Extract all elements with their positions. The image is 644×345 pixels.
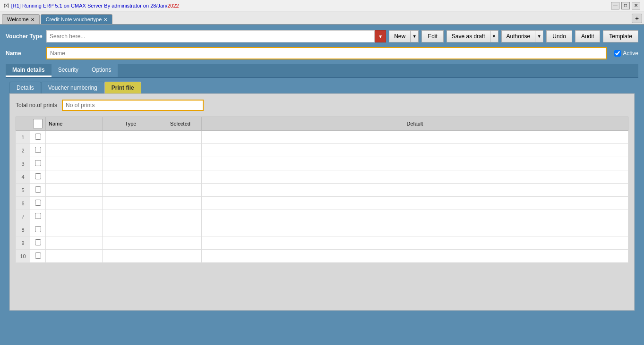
row-checkbox[interactable]: [35, 160, 41, 166]
row-checkbox[interactable]: [35, 134, 41, 140]
row-default-cell[interactable]: [202, 223, 628, 236]
row-checkbox[interactable]: [35, 252, 41, 259]
row-name-cell[interactable]: [46, 144, 103, 157]
row-default-cell[interactable]: [202, 184, 628, 197]
row-default-cell[interactable]: [202, 236, 628, 250]
new-button[interactable]: New: [389, 30, 410, 42]
title-text: [R1] Running ERP 5.1 on CMAX Server By a…: [11, 3, 179, 8]
authorise-arrow[interactable]: ▼: [535, 30, 543, 42]
active-checkbox[interactable]: [614, 50, 621, 57]
table-row: 9: [16, 236, 628, 250]
total-prints-input[interactable]: [62, 100, 204, 111]
sub-tab-print-file[interactable]: Print file: [104, 82, 141, 93]
row-name-cell[interactable]: [46, 184, 103, 197]
row-type-cell[interactable]: [103, 157, 159, 170]
row-selected-cell[interactable]: [159, 250, 202, 263]
search-dropdown-button[interactable]: ▼: [375, 30, 386, 42]
row-default-cell[interactable]: [202, 144, 628, 157]
search-input[interactable]: [46, 30, 375, 42]
row-checkbox-cell: [30, 223, 46, 236]
row-selected-cell[interactable]: [159, 157, 202, 170]
row-default-cell[interactable]: [202, 250, 628, 263]
print-file-table: Name Type Selected Default 1 2: [16, 117, 628, 263]
row-selected-cell[interactable]: [159, 236, 202, 250]
row-number: 3: [16, 157, 30, 170]
row-name-cell[interactable]: [46, 197, 103, 210]
row-type-cell[interactable]: [103, 144, 159, 157]
row-type-cell[interactable]: [103, 223, 159, 236]
select-all-checkbox[interactable]: [33, 119, 43, 128]
row-name-cell[interactable]: [46, 223, 103, 236]
row-selected-cell[interactable]: [159, 223, 202, 236]
row-type-cell[interactable]: [103, 210, 159, 223]
minimize-button[interactable]: —: [611, 2, 619, 9]
row-checkbox[interactable]: [35, 213, 41, 219]
save-as-draft-button[interactable]: Save as draft: [447, 30, 490, 42]
row-default-cell[interactable]: [202, 131, 628, 144]
row-checkbox[interactable]: [35, 226, 41, 232]
row-checkbox-cell: [30, 197, 46, 210]
row-default-cell[interactable]: [202, 210, 628, 223]
row-selected-cell[interactable]: [159, 184, 202, 197]
row-name-cell[interactable]: [46, 250, 103, 263]
app-icon: (x): [4, 3, 9, 8]
tab-security[interactable]: Security: [52, 64, 85, 77]
row-default-cell[interactable]: [202, 170, 628, 184]
edit-button[interactable]: Edit: [421, 30, 444, 42]
row-default-cell[interactable]: [202, 197, 628, 210]
maximize-button[interactable]: □: [621, 2, 630, 9]
tab-main-details[interactable]: Main details: [6, 64, 52, 77]
row-type-cell[interactable]: [103, 131, 159, 144]
toolbar-row: Voucher Type ▼ New ▼ Edit Save as draft …: [6, 30, 638, 42]
row-name-cell[interactable]: [46, 170, 103, 184]
row-checkbox[interactable]: [35, 186, 41, 193]
tab-close-credit-note[interactable]: ✕: [103, 17, 107, 22]
row-selected-cell[interactable]: [159, 131, 202, 144]
sub-tab-details[interactable]: Details: [9, 82, 41, 93]
col-header-name: Name: [46, 117, 103, 131]
row-number: 9: [16, 236, 30, 250]
tab-welcome[interactable]: Welcome ✕: [2, 14, 40, 24]
authorise-button[interactable]: Authorise: [501, 30, 535, 42]
row-selected-cell[interactable]: [159, 170, 202, 184]
sub-tab-voucher-numbering[interactable]: Voucher numbering: [41, 82, 104, 93]
row-type-cell[interactable]: [103, 236, 159, 250]
row-selected-cell[interactable]: [159, 197, 202, 210]
row-selected-cell[interactable]: [159, 210, 202, 223]
content-area: Details Voucher numbering Print file Tot…: [6, 78, 638, 311]
tab-close-welcome[interactable]: ✕: [31, 17, 34, 22]
new-button-arrow[interactable]: ▼: [410, 30, 419, 42]
row-name-cell[interactable]: [46, 157, 103, 170]
close-button[interactable]: ✕: [632, 2, 640, 9]
active-label: Active: [623, 50, 638, 57]
undo-button[interactable]: Undo: [546, 30, 572, 42]
row-checkbox[interactable]: [35, 173, 41, 179]
row-number: 7: [16, 210, 30, 223]
save-as-draft-arrow[interactable]: ▼: [490, 30, 498, 42]
row-type-cell[interactable]: [103, 184, 159, 197]
row-name-cell[interactable]: [46, 131, 103, 144]
main-tab-bar: Main details Security Options: [6, 64, 638, 78]
row-type-cell[interactable]: [103, 250, 159, 263]
row-type-cell[interactable]: [103, 197, 159, 210]
row-name-cell[interactable]: [46, 210, 103, 223]
row-number: 10: [16, 250, 30, 263]
row-selected-cell[interactable]: [159, 144, 202, 157]
tab-bar: Welcome ✕ Credit Note vouchertype ✕ +: [0, 11, 644, 25]
tab-credit-note[interactable]: Credit Note vouchertype ✕: [41, 14, 113, 24]
row-checkbox[interactable]: [35, 239, 41, 245]
row-checkbox[interactable]: [35, 200, 41, 206]
name-input[interactable]: [46, 47, 607, 59]
row-number: 8: [16, 223, 30, 236]
template-button[interactable]: Template: [603, 30, 638, 42]
audit-button[interactable]: Audit: [575, 30, 600, 42]
row-name-cell[interactable]: [46, 236, 103, 250]
row-checkbox[interactable]: [35, 147, 41, 153]
table-row: 6: [16, 197, 628, 210]
row-type-cell[interactable]: [103, 170, 159, 184]
row-default-cell[interactable]: [202, 157, 628, 170]
tab-options[interactable]: Options: [85, 64, 118, 77]
row-checkbox-cell: [30, 250, 46, 263]
add-tab-button[interactable]: +: [632, 14, 642, 23]
voucher-type-search: ▼: [46, 30, 386, 42]
